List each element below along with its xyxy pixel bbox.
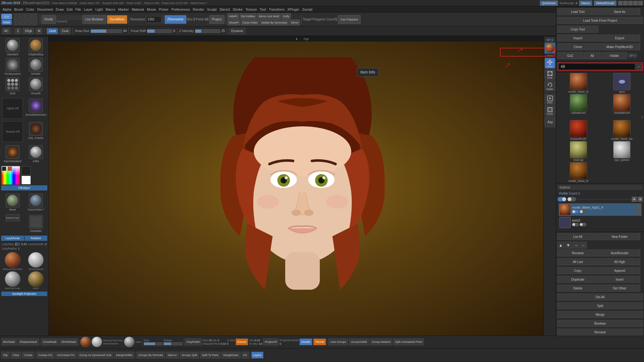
brush-curvetube[interactable]: CurveTube 1 xyxy=(25,193,47,212)
group-visible-button[interactable]: GroupVisible xyxy=(349,338,369,345)
relative-button[interactable]: Relative xyxy=(25,236,47,241)
canvas-area[interactable]: 1 Rgb xyxy=(49,36,556,336)
menu-preferences[interactable]: Preferences xyxy=(170,8,191,11)
extract-bottom-button[interactable]: Extract xyxy=(236,338,248,345)
nav-down-button[interactable]: ▼ xyxy=(565,242,572,249)
clay-polish-button[interactable]: ClayPolish xyxy=(185,338,202,345)
alpha-off-display[interactable]: Alpha Off xyxy=(1,98,24,119)
split-button[interactable]: Split xyxy=(557,302,643,309)
subtool2-toggle2[interactable] xyxy=(580,223,586,226)
lazy-step-slider[interactable] xyxy=(15,243,20,246)
search-confirm-button[interactable]: ✓ xyxy=(636,64,641,69)
tb-icon-3[interactable] xyxy=(26,14,31,19)
tborde-button[interactable]: TBorde xyxy=(313,338,326,345)
menu-material[interactable]: Material xyxy=(130,8,145,11)
use-polypaint-button[interactable]: Use Polypaint xyxy=(338,15,361,24)
nav-up-button[interactable]: ▲ xyxy=(557,242,564,249)
color-spectrum[interactable] xyxy=(1,166,20,185)
ac-button[interactable]: AC xyxy=(2,28,11,34)
project-all-button[interactable]: ProjectAll xyxy=(263,338,279,345)
flip-button[interactable]: Flip xyxy=(1,352,10,359)
boolean-button[interactable]: Boolean xyxy=(557,320,643,327)
uncrease-pg-button[interactable]: UnCrease PG xyxy=(55,352,77,359)
quicksave-button[interactable]: QuickSave xyxy=(540,1,558,6)
rotate-btn[interactable]: Rotate xyxy=(545,80,555,91)
subtool-action-icon-2[interactable] xyxy=(638,197,643,202)
new-folder-button[interactable]: New Folder xyxy=(599,233,640,240)
z-button[interactable]: Z xyxy=(15,28,21,34)
tool-thumb-alphabrush[interactable]: AlphaBrush xyxy=(557,94,600,114)
delete-symmetry-button[interactable]: Delete By Symmetry xyxy=(260,19,289,25)
top-icon-2[interactable] xyxy=(623,1,628,5)
tb-icon-1[interactable] xyxy=(14,14,19,19)
size-slider[interactable] xyxy=(144,342,163,345)
groups-by-normals-button[interactable]: Groups By Normals xyxy=(136,352,165,359)
make-polymesh3d-button[interactable]: Make PolyMesh3D xyxy=(599,43,640,50)
draw-button[interactable]: Draw xyxy=(1,19,12,25)
rotate-slider[interactable] xyxy=(164,342,182,345)
brush-smooth[interactable]: Smooth xyxy=(25,77,47,96)
gozo-btn[interactable]: GoZo xyxy=(545,94,555,105)
visible-button[interactable]: Visible xyxy=(601,52,627,59)
tool-thumb-simplebrush[interactable]: SimpleBrush xyxy=(601,94,644,114)
del-hidden-button[interactable]: Del Hidden xyxy=(240,13,257,19)
delete-button[interactable]: Delete xyxy=(557,285,598,292)
foreground-color[interactable] xyxy=(21,166,31,175)
menu-movie[interactable]: Movie xyxy=(146,8,157,11)
hide-pt-button[interactable]: HidePt xyxy=(227,13,239,19)
subtool-icon-1[interactable] xyxy=(636,205,641,209)
del-all-button[interactable]: Del All xyxy=(557,293,643,300)
tool-thumb-model-marie-hi2[interactable]: model_Marie_hi xyxy=(557,162,600,183)
menu-macro[interactable]: Macro xyxy=(104,8,117,11)
menu-brush[interactable]: Brush xyxy=(13,8,25,11)
mirror-weld-button[interactable]: Mirror And Weld xyxy=(257,13,280,19)
crease-pg-button[interactable]: Crease PG xyxy=(36,352,54,359)
load-tools-from-project-button[interactable]: Load Tools From Project xyxy=(557,17,643,24)
all-low-button[interactable]: All Low xyxy=(557,258,598,265)
unify-button[interactable]: Unify xyxy=(281,13,291,19)
spotlight-projection-button[interactable]: Spotlight Projection xyxy=(1,292,47,296)
move-btn[interactable]: Move xyxy=(545,58,555,69)
bottom-matcap-2[interactable] xyxy=(92,337,102,347)
brush-zmodeler[interactable]: ZModeler xyxy=(25,214,47,233)
zsub-button[interactable]: Zsub xyxy=(59,28,71,34)
copy-button[interactable]: Copy xyxy=(557,267,598,274)
menus-button[interactable]: Menus xyxy=(579,1,592,6)
auto-groups-button[interactable]: Auto Groups xyxy=(328,338,348,345)
tool-thumb-model-marie-hic[interactable]: model_Marie_hic xyxy=(601,120,644,140)
subtool-toggle-2[interactable] xyxy=(567,197,576,201)
tb-icon-6[interactable] xyxy=(20,19,25,25)
matcap-thumbnail-2[interactable]: SkinShaded4 xyxy=(25,252,47,271)
auto-reorder-button[interactable]: AutoReorder xyxy=(599,250,640,256)
mirror-button[interactable]: Mirror xyxy=(289,19,300,25)
focal-shift-slider[interactable] xyxy=(147,29,172,33)
tool-thumb-eye-sphere[interactable]: eye_sphere xyxy=(601,141,644,162)
brush-standard[interactable]: Standard xyxy=(1,38,24,57)
menu-xplugin[interactable]: XPlugin xyxy=(286,8,301,11)
m-button[interactable]: M xyxy=(36,28,42,34)
insert-button[interactable]: Insert xyxy=(599,276,640,283)
nav-send-button[interactable]: → xyxy=(572,242,579,249)
menu-layer[interactable]: Layer xyxy=(83,8,94,11)
zremesher-button[interactable]: ZRemesher xyxy=(164,15,186,24)
subtool1-toggle[interactable] xyxy=(572,210,579,213)
tb-icon-5[interactable] xyxy=(14,19,19,25)
menu-document[interactable]: Document xyxy=(36,8,54,11)
nav-receive-button[interactable]: ← xyxy=(580,242,587,249)
close-holes-button[interactable]: Close Holes xyxy=(241,19,259,25)
dynamesh-button[interactable]: DynaMesh xyxy=(107,15,128,24)
blur-mask-button[interactable]: BlurMask xyxy=(1,338,17,345)
duplicate-button[interactable]: Duplicate xyxy=(557,276,598,283)
tb-icon-8[interactable] xyxy=(32,19,37,25)
group-masked-button[interactable]: Group Masked xyxy=(370,338,392,345)
menu-picker[interactable]: Picker xyxy=(158,8,170,11)
del-other-button[interactable]: Del Other xyxy=(599,285,640,292)
matcap-thumbnail-4[interactable]: Hair2 xyxy=(25,271,47,290)
divide-button[interactable]: Divide xyxy=(42,15,56,24)
frame-btn[interactable]: Frame xyxy=(545,105,555,116)
layers-bottom-button[interactable]: Layers xyxy=(251,352,264,359)
top-icon-3[interactable] xyxy=(628,1,633,5)
brush-smoothdirection[interactable]: SmoothDirection xyxy=(25,98,47,119)
subtool-icon-2[interactable] xyxy=(636,210,641,214)
menu-file[interactable]: File xyxy=(74,8,82,11)
